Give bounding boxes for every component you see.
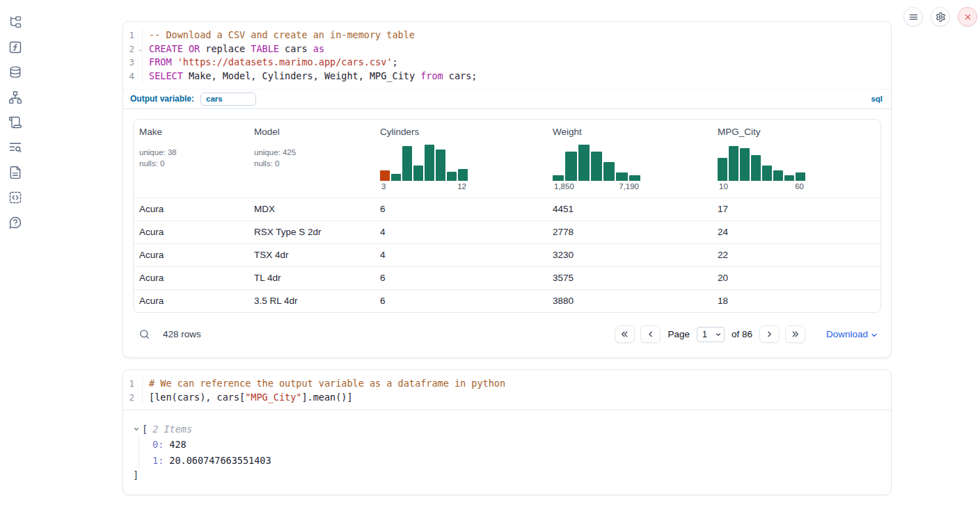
- column-header-model[interactable]: Modelunique: 425nulls: 0: [248, 120, 374, 198]
- hist-min-label: 1,850: [554, 182, 574, 191]
- tree-entry: 1:20.060747663551403: [152, 453, 881, 469]
- python-code-editor[interactable]: 1# We can reference the output variable …: [123, 370, 891, 410]
- table-cell: Acura: [134, 250, 248, 260]
- column-header-mpg_city[interactable]: MPG_City1060: [712, 120, 880, 198]
- table-cell: 6: [374, 273, 547, 283]
- histogram-bar[interactable]: [762, 166, 772, 181]
- histogram-bar[interactable]: [413, 166, 423, 181]
- tree-entry-value: 20.060747663551403: [169, 455, 271, 466]
- sidebar-database-icon[interactable]: [8, 65, 22, 79]
- histogram-bar[interactable]: [380, 170, 390, 181]
- table-body: AcuraMDX6445117AcuraRSX Type S 2dr427782…: [134, 198, 880, 312]
- table-footer: 428 rows Page 1 of 86: [133, 321, 881, 348]
- histogram-bar[interactable]: [591, 152, 602, 181]
- histogram-bar[interactable]: [616, 172, 627, 181]
- code-line[interactable]: 2[len(cars), cars["MPG_City"].mean()]: [123, 391, 891, 405]
- sidebar-help-icon[interactable]: [8, 216, 22, 230]
- table-row[interactable]: AcuraTL 4dr6357520: [134, 266, 880, 289]
- table-cell: 6: [374, 204, 547, 214]
- function-square-icon: [8, 40, 22, 54]
- table-cell: Acura: [134, 227, 248, 237]
- histogram-bar[interactable]: [391, 174, 401, 181]
- line-number: 1: [123, 377, 143, 391]
- column-name: MPG_City: [718, 127, 875, 138]
- histogram-bar[interactable]: [796, 172, 805, 181]
- page-total-label: of 86: [732, 329, 752, 339]
- last-page-button[interactable]: [785, 325, 805, 343]
- sidebar-snippets-icon[interactable]: [8, 191, 22, 204]
- settings-button[interactable]: [931, 7, 950, 26]
- items-count-label: 2 Items: [152, 424, 192, 435]
- code-text: -- Download a CSV and create an in-memor…: [143, 29, 415, 42]
- first-page-button[interactable]: [615, 325, 635, 343]
- chevron-down-icon: [870, 331, 878, 339]
- column-stats: unique: 38nulls: 0: [139, 147, 243, 169]
- table-cell: 4451: [547, 204, 712, 214]
- histogram-bar[interactable]: [402, 146, 412, 181]
- column-stats: unique: 425nulls: 0: [254, 147, 369, 169]
- histogram-bar[interactable]: [629, 175, 640, 181]
- sql-output-area: Makeunique: 38nulls: 0Modelunique: 425nu…: [123, 109, 891, 357]
- search-icon[interactable]: [139, 328, 150, 340]
- sidebar-scroll-icon[interactable]: [8, 115, 22, 129]
- sidebar-list-search-icon[interactable]: [8, 140, 22, 154]
- table-row[interactable]: AcuraMDX6445117: [134, 198, 880, 220]
- shutdown-button[interactable]: [958, 7, 977, 26]
- table-cell: 3230: [547, 250, 712, 260]
- hist-min-label: 3: [381, 182, 386, 191]
- column-histogram: 312: [380, 144, 468, 191]
- sql-code-editor[interactable]: 1-- Download a CSV and create an in-memo…: [123, 22, 891, 89]
- notebook-actions: [903, 7, 977, 26]
- code-line[interactable]: 1-- Download a CSV and create an in-memo…: [123, 29, 891, 42]
- histogram-bar[interactable]: [773, 170, 783, 181]
- histogram-bar[interactable]: [553, 175, 564, 181]
- table-cell: 24: [712, 227, 880, 237]
- sidebar-dependency-graph-icon[interactable]: [8, 90, 22, 104]
- table-cell: 4: [374, 227, 547, 237]
- list-output-tree: [ 2 Items 0:4281:20.060747663551403 ]: [123, 410, 891, 494]
- tree-entry-value: 428: [169, 439, 186, 450]
- histogram-bar[interactable]: [740, 148, 750, 181]
- column-header-weight[interactable]: Weight1,8507,190: [547, 120, 712, 198]
- pagination: Page 1 of 86 Download: [615, 325, 878, 343]
- python-cell: 1# We can reference the output variable …: [122, 369, 892, 495]
- histogram-bar[interactable]: [578, 145, 590, 181]
- code-line[interactable]: 4SELECT Make, Model, Cylinders, Weight, …: [123, 70, 891, 83]
- sidebar-file-tree-icon[interactable]: [8, 15, 22, 29]
- histogram-bar[interactable]: [425, 145, 434, 181]
- histogram-bar[interactable]: [565, 152, 576, 181]
- table-row[interactable]: AcuraTSX 4dr4323022: [134, 243, 880, 266]
- open-bracket: [: [142, 424, 148, 435]
- histogram-bar[interactable]: [603, 162, 615, 181]
- histogram-bar[interactable]: [751, 155, 761, 181]
- code-line[interactable]: 1# We can reference the output variable …: [123, 377, 891, 391]
- histogram-bar[interactable]: [458, 169, 468, 181]
- histogram-bar[interactable]: [447, 172, 457, 181]
- table-cell: 3880: [547, 296, 712, 306]
- table-row[interactable]: AcuraRSX Type S 2dr4277824: [134, 220, 880, 243]
- download-button[interactable]: Download: [826, 329, 878, 339]
- next-page-button[interactable]: [759, 325, 780, 343]
- histogram-bar[interactable]: [729, 146, 738, 181]
- hist-max-label: 12: [457, 182, 466, 191]
- language-tag: sql: [871, 95, 883, 103]
- table-header-row: Makeunique: 38nulls: 0Modelunique: 425nu…: [134, 120, 880, 198]
- sql-cell: 1-- Download a CSV and create an in-memo…: [122, 21, 892, 358]
- prev-page-button[interactable]: [640, 325, 661, 343]
- output-variable-input[interactable]: [200, 92, 256, 106]
- column-header-cylinders[interactable]: Cylinders312: [374, 120, 547, 198]
- histogram-bar[interactable]: [436, 150, 445, 181]
- table-row[interactable]: Acura3.5 RL 4dr6388018: [134, 289, 880, 312]
- page-select[interactable]: 1: [697, 327, 725, 342]
- code-line[interactable]: 2⌄CREATE OR replace TABLE cars as: [123, 42, 891, 56]
- sidebar-document-icon[interactable]: [8, 166, 22, 179]
- menu-button[interactable]: [903, 7, 923, 26]
- collapse-caret-icon[interactable]: [133, 426, 142, 433]
- scroll-icon: [8, 115, 22, 129]
- sidebar-function-square-icon[interactable]: [8, 40, 22, 54]
- column-header-make[interactable]: Makeunique: 38nulls: 0: [134, 120, 248, 198]
- histogram-bar[interactable]: [784, 175, 794, 181]
- histogram-bar[interactable]: [718, 158, 727, 181]
- fold-chevron-icon[interactable]: ⌄: [135, 42, 142, 56]
- code-line[interactable]: 3FROM 'https://datasets.marimo.app/cars.…: [123, 56, 891, 70]
